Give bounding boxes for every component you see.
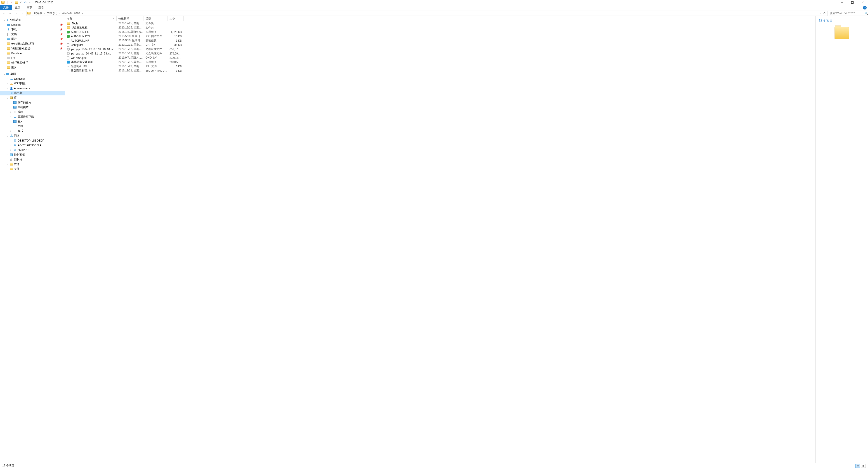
ribbon-expand-icon[interactable]: ⌄ bbox=[860, 6, 862, 9]
maximize-button[interactable] bbox=[847, 0, 858, 5]
file-row[interactable]: AUTORUN.INF2015/5/10, 星期日 02...安装信息1 KB bbox=[65, 38, 815, 43]
tree-network[interactable]: ⌄🖧网络 bbox=[0, 133, 65, 138]
close-button[interactable] bbox=[858, 0, 868, 5]
breadcrumb-item[interactable]: 文档 (E:) bbox=[46, 11, 58, 15]
tree-win7reinstall[interactable]: win7重装win7 bbox=[0, 60, 65, 65]
file-row[interactable]: 硬盘安装教程.html2016/11/21, 星期一 2...360 se HT… bbox=[65, 68, 815, 73]
nav-forward-button[interactable]: → bbox=[7, 11, 13, 16]
tab-home[interactable]: 主页 bbox=[12, 5, 24, 10]
tree-libraries[interactable]: ⌄库 bbox=[0, 95, 65, 100]
file-row[interactable]: pe_yqs_xp_20_07_31_15_53.iso2020/10/12, … bbox=[65, 51, 815, 56]
tree-pictures[interactable]: 图片📌 bbox=[0, 37, 65, 41]
tree-downloads[interactable]: ⬇下载📌 bbox=[0, 27, 65, 32]
file-row[interactable]: Config.dat2020/10/12, 星期一 1...DAT 文件36 K… bbox=[65, 43, 815, 47]
file-row[interactable]: pe_yqs_1064_20_07_31_16_04.iso2020/10/12… bbox=[65, 47, 815, 51]
folder-icon bbox=[835, 27, 849, 39]
tree-excel[interactable]: excel表格制作求和📌 bbox=[0, 41, 65, 46]
tree-thispc[interactable]: ›🖥此电脑 bbox=[0, 91, 65, 95]
file-row[interactable]: U盘安装教程2020/12/25, 星期五 1...文件夹 bbox=[65, 26, 815, 30]
address-dropdown-icon[interactable]: ⌄ bbox=[820, 12, 822, 14]
breadcrumb-item[interactable]: 此电脑 bbox=[33, 11, 43, 15]
ribbon-tabs: 文件 主页 共享 查看 ⌄ ? bbox=[0, 5, 868, 10]
chevron-right-icon[interactable]: › bbox=[31, 12, 33, 15]
tree-desktop-lsso[interactable]: ›🖥DESKTOP-LSSOEDP bbox=[0, 138, 65, 143]
tree-label: PC-20190530OBLA bbox=[18, 144, 41, 147]
nav-history-dropdown[interactable]: ⌄ bbox=[13, 11, 19, 16]
tree-admin[interactable]: ›👤Administrator bbox=[0, 86, 65, 91]
minimize-button[interactable] bbox=[837, 0, 847, 5]
nav-back-button[interactable]: ← bbox=[1, 11, 6, 16]
col-header-date[interactable]: 修改日期 bbox=[117, 16, 144, 21]
chevron-right-icon[interactable]: › bbox=[81, 12, 83, 15]
tree-files[interactable]: ›文件 bbox=[0, 167, 65, 171]
tree-saved-pics[interactable]: ›保存的图片 bbox=[0, 100, 65, 105]
tree-quick-access[interactable]: ⌄★快速访问 bbox=[0, 18, 65, 22]
tab-share[interactable]: 共享 bbox=[24, 5, 35, 10]
tree-label: 下载 bbox=[11, 28, 17, 31]
undo-icon[interactable]: ↶ bbox=[24, 1, 27, 4]
tree-bandicam[interactable]: Bandicam bbox=[0, 51, 65, 56]
file-row[interactable]: AUTORUN.EXE2016/1/8, 星期五 04:...应用程序1,926… bbox=[65, 30, 815, 34]
tab-view[interactable]: 查看 bbox=[35, 5, 47, 10]
tree-videos[interactable]: ›🎞视频 bbox=[0, 110, 65, 115]
chevron-right-icon[interactable]: › bbox=[43, 12, 45, 15]
address-bar: ← → ⌄ ↑ › 此电脑 › 文档 (E:) › Win7x64_2020 ›… bbox=[0, 10, 868, 16]
file-size: 36 KB bbox=[168, 43, 184, 46]
tree-label: Desktop bbox=[11, 23, 21, 27]
nav-up-button[interactable]: ↑ bbox=[20, 11, 25, 16]
file-size: 652,072 KB bbox=[168, 48, 184, 51]
search-box[interactable]: 🔍 bbox=[829, 11, 867, 16]
col-header-name[interactable]: 名称 bbox=[65, 16, 117, 21]
tab-file[interactable]: 文件 bbox=[0, 5, 12, 10]
view-icons-button[interactable]: ▦ bbox=[861, 464, 866, 468]
tree-camera-roll[interactable]: ›本机照片 bbox=[0, 105, 65, 110]
tree-lib-docs[interactable]: ›文档 bbox=[0, 124, 65, 129]
breadcrumb-item[interactable]: Win7x64_2020 bbox=[61, 12, 81, 15]
tree-pictures2[interactable]: 图片 bbox=[0, 65, 65, 70]
search-icon[interactable]: 🔍 bbox=[865, 12, 868, 15]
file-row[interactable]: 本地硬盘安装.exe2020/10/12, 星期一 1...应用程序28,315… bbox=[65, 60, 815, 64]
tree-zmt2019[interactable]: ›🖥ZMT2019 bbox=[0, 148, 65, 152]
file-row[interactable]: AUTORUN.ICO2015/5/10, 星期日 02...ICO 图片文件1… bbox=[65, 34, 815, 38]
tree-onedrive[interactable]: ›☁OneDrive bbox=[0, 76, 65, 81]
col-header-size[interactable]: 大小 bbox=[168, 16, 184, 21]
new-folder-icon[interactable] bbox=[15, 1, 18, 4]
help-icon[interactable]: ? bbox=[863, 6, 867, 9]
tree-desktop-root[interactable]: ⌄桌面 bbox=[0, 72, 65, 76]
file-row[interactable]: Win7x64.gho2019/9/7, 星期六 19:...GHO 文件2,9… bbox=[65, 56, 815, 60]
tree-wps[interactable]: ›☁WPS网盘 bbox=[0, 81, 65, 86]
file-row[interactable]: Tools2020/12/25, 星期五 1...文件夹 bbox=[65, 21, 815, 26]
chevron-right-icon[interactable]: › bbox=[59, 12, 61, 15]
tree-tianyi[interactable]: ›☁天翼云盘下载 bbox=[0, 115, 65, 119]
file-row[interactable]: 光盘说明.TXT2016/10/23, 星期日 0...TXT 文件5 KB bbox=[65, 64, 815, 68]
pin-icon: 📌 bbox=[60, 28, 63, 31]
search-input[interactable] bbox=[830, 12, 864, 15]
file-date: 2020/10/12, 星期一 1... bbox=[117, 52, 144, 55]
file-rows[interactable]: Tools2020/12/25, 星期五 1...文件夹U盘安装教程2020/1… bbox=[65, 21, 815, 463]
tree-software[interactable]: ›软件 bbox=[0, 162, 65, 167]
view-details-button[interactable]: ☰ bbox=[855, 464, 860, 468]
tree-label: YUNQISHI2019 bbox=[11, 47, 31, 50]
file-list-region: 名称 修改日期 类型 大小 Tools2020/12/25, 星期五 1...文… bbox=[65, 16, 815, 463]
tree-desktop[interactable]: Desktop📌 bbox=[0, 22, 65, 27]
tree-lib-pics[interactable]: ›图片 bbox=[0, 119, 65, 124]
refresh-icon[interactable]: ⟳ bbox=[824, 12, 826, 15]
file-size: 1 KB bbox=[168, 39, 184, 42]
tree-g-drive[interactable]: G:\ bbox=[0, 56, 65, 60]
file-name: 光盘说明.TXT bbox=[65, 64, 117, 68]
col-header-type[interactable]: 类型 bbox=[144, 16, 168, 21]
tree-recycle[interactable]: 🗑回收站 bbox=[0, 157, 65, 162]
pin-icon: 📌 bbox=[60, 47, 63, 50]
tree-control-panel[interactable]: ›控制面板 bbox=[0, 152, 65, 157]
breadcrumb-bar[interactable]: › 此电脑 › 文档 (E:) › Win7x64_2020 › ⌄ ⟳ bbox=[26, 11, 828, 16]
details-pane: 12 个项目 bbox=[815, 16, 868, 463]
properties-icon[interactable]: ✓ bbox=[10, 1, 13, 4]
tree-lib-music[interactable]: ›♪音乐 bbox=[0, 129, 65, 133]
tree-yunqishi[interactable]: YUNQISHI2019📌 bbox=[0, 46, 65, 51]
qat-dropdown-icon[interactable]: ▾ bbox=[28, 1, 31, 4]
tree-pc2019[interactable]: ›🖥PC-20190530OBLA bbox=[0, 143, 65, 148]
navigation-tree[interactable]: ⌄★快速访问 Desktop📌 ⬇下载📌 文档📌 图片📌 excel表格制作求和… bbox=[0, 16, 65, 463]
tree-documents[interactable]: 文档📌 bbox=[0, 32, 65, 37]
delete-icon[interactable]: ✕ bbox=[19, 1, 22, 4]
file-name: Win7x64.gho bbox=[65, 56, 117, 59]
